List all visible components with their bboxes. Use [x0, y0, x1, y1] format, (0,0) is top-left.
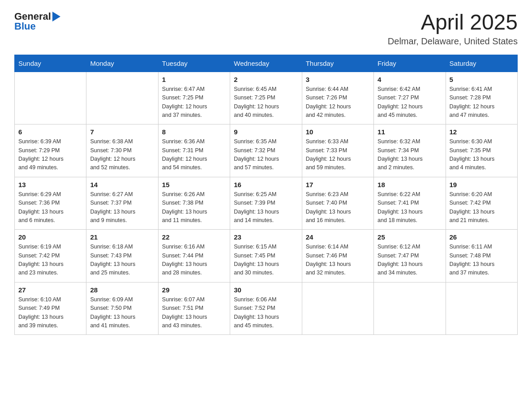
- calendar-cell: 5Sunrise: 6:41 AM Sunset: 7:28 PM Daylig…: [446, 72, 517, 124]
- logo: General Blue: [14, 11, 60, 32]
- day-info: Sunrise: 6:32 AM Sunset: 7:34 PM Dayligh…: [378, 137, 442, 172]
- calendar-cell: 13Sunrise: 6:29 AM Sunset: 7:36 PM Dayli…: [15, 177, 86, 230]
- weekday-header-tuesday: Tuesday: [158, 55, 230, 72]
- calendar-cell: 10Sunrise: 6:33 AM Sunset: 7:33 PM Dayli…: [302, 124, 373, 177]
- calendar-cell: 20Sunrise: 6:19 AM Sunset: 7:42 PM Dayli…: [15, 230, 86, 283]
- calendar-week-row: 1Sunrise: 6:47 AM Sunset: 7:25 PM Daylig…: [15, 72, 518, 124]
- calendar-cell: 11Sunrise: 6:32 AM Sunset: 7:34 PM Dayli…: [374, 124, 446, 177]
- day-number: 7: [90, 128, 154, 136]
- day-info: Sunrise: 6:23 AM Sunset: 7:40 PM Dayligh…: [306, 190, 370, 225]
- calendar-week-row: 27Sunrise: 6:10 AM Sunset: 7:49 PM Dayli…: [15, 282, 518, 335]
- day-info: Sunrise: 6:27 AM Sunset: 7:37 PM Dayligh…: [90, 190, 154, 225]
- day-number: 18: [378, 181, 442, 188]
- calendar-cell: [15, 72, 86, 124]
- calendar-week-row: 6Sunrise: 6:39 AM Sunset: 7:29 PM Daylig…: [15, 124, 518, 177]
- location-title: Delmar, Delaware, United States: [388, 36, 518, 47]
- weekday-header-saturday: Saturday: [446, 55, 517, 72]
- calendar-cell: 28Sunrise: 6:09 AM Sunset: 7:50 PM Dayli…: [86, 282, 158, 335]
- calendar-cell: 24Sunrise: 6:14 AM Sunset: 7:46 PM Dayli…: [302, 230, 373, 283]
- day-info: Sunrise: 6:19 AM Sunset: 7:42 PM Dayligh…: [18, 243, 82, 278]
- day-info: Sunrise: 6:16 AM Sunset: 7:44 PM Dayligh…: [162, 243, 226, 278]
- day-info: Sunrise: 6:09 AM Sunset: 7:50 PM Dayligh…: [90, 295, 154, 330]
- day-info: Sunrise: 6:30 AM Sunset: 7:35 PM Dayligh…: [450, 137, 514, 172]
- day-number: 14: [90, 181, 154, 188]
- day-info: Sunrise: 6:18 AM Sunset: 7:43 PM Dayligh…: [90, 243, 154, 278]
- calendar-cell: [446, 282, 517, 335]
- day-info: Sunrise: 6:26 AM Sunset: 7:38 PM Dayligh…: [162, 190, 226, 225]
- calendar-cell: 18Sunrise: 6:22 AM Sunset: 7:41 PM Dayli…: [374, 177, 446, 230]
- calendar-cell: 3Sunrise: 6:44 AM Sunset: 7:26 PM Daylig…: [302, 72, 373, 124]
- day-info: Sunrise: 6:20 AM Sunset: 7:42 PM Dayligh…: [450, 190, 514, 225]
- calendar-cell: 12Sunrise: 6:30 AM Sunset: 7:35 PM Dayli…: [446, 124, 517, 177]
- day-number: 12: [450, 128, 514, 136]
- page-header: General Blue April 2025 Delmar, Delaware…: [14, 11, 518, 47]
- calendar-cell: 9Sunrise: 6:35 AM Sunset: 7:32 PM Daylig…: [230, 124, 302, 177]
- logo-arrow-icon: [52, 12, 60, 21]
- calendar-cell: 25Sunrise: 6:12 AM Sunset: 7:47 PM Dayli…: [374, 230, 446, 283]
- calendar-cell: [302, 282, 373, 335]
- day-number: 28: [90, 286, 154, 294]
- weekday-header-thursday: Thursday: [302, 55, 373, 72]
- day-info: Sunrise: 6:15 AM Sunset: 7:45 PM Dayligh…: [234, 243, 298, 278]
- calendar-cell: 1Sunrise: 6:47 AM Sunset: 7:25 PM Daylig…: [158, 72, 230, 124]
- day-number: 30: [234, 286, 298, 294]
- calendar-cell: 17Sunrise: 6:23 AM Sunset: 7:40 PM Dayli…: [302, 177, 373, 230]
- calendar-cell: 27Sunrise: 6:10 AM Sunset: 7:49 PM Dayli…: [15, 282, 86, 335]
- day-info: Sunrise: 6:36 AM Sunset: 7:31 PM Dayligh…: [162, 137, 226, 172]
- weekday-header-wednesday: Wednesday: [230, 55, 302, 72]
- calendar-week-row: 13Sunrise: 6:29 AM Sunset: 7:36 PM Dayli…: [15, 177, 518, 230]
- day-info: Sunrise: 6:35 AM Sunset: 7:32 PM Dayligh…: [234, 137, 298, 172]
- day-info: Sunrise: 6:25 AM Sunset: 7:39 PM Dayligh…: [234, 190, 298, 225]
- day-number: 19: [450, 181, 514, 188]
- day-info: Sunrise: 6:10 AM Sunset: 7:49 PM Dayligh…: [18, 295, 82, 330]
- calendar-cell: 8Sunrise: 6:36 AM Sunset: 7:31 PM Daylig…: [158, 124, 230, 177]
- weekday-header-sunday: Sunday: [15, 55, 86, 72]
- weekday-header-friday: Friday: [374, 55, 446, 72]
- day-info: Sunrise: 6:47 AM Sunset: 7:25 PM Dayligh…: [162, 85, 226, 120]
- day-info: Sunrise: 6:33 AM Sunset: 7:33 PM Dayligh…: [306, 137, 370, 172]
- day-number: 26: [450, 233, 514, 241]
- day-number: 29: [162, 286, 226, 294]
- calendar-cell: 7Sunrise: 6:38 AM Sunset: 7:30 PM Daylig…: [86, 124, 158, 177]
- day-number: 2: [234, 76, 298, 83]
- day-info: Sunrise: 6:14 AM Sunset: 7:46 PM Dayligh…: [306, 243, 370, 278]
- calendar-cell: 23Sunrise: 6:15 AM Sunset: 7:45 PM Dayli…: [230, 230, 302, 283]
- calendar-cell: 4Sunrise: 6:42 AM Sunset: 7:27 PM Daylig…: [374, 72, 446, 124]
- weekday-header-row: SundayMondayTuesdayWednesdayThursdayFrid…: [15, 55, 518, 72]
- day-number: 15: [162, 181, 226, 188]
- day-number: 10: [306, 128, 370, 136]
- day-number: 17: [306, 181, 370, 188]
- day-info: Sunrise: 6:44 AM Sunset: 7:26 PM Dayligh…: [306, 85, 370, 120]
- calendar-cell: 6Sunrise: 6:39 AM Sunset: 7:29 PM Daylig…: [15, 124, 86, 177]
- day-number: 1: [162, 76, 226, 83]
- day-info: Sunrise: 6:39 AM Sunset: 7:29 PM Dayligh…: [18, 137, 82, 172]
- day-info: Sunrise: 6:42 AM Sunset: 7:27 PM Dayligh…: [378, 85, 442, 120]
- calendar-cell: 29Sunrise: 6:07 AM Sunset: 7:51 PM Dayli…: [158, 282, 230, 335]
- day-number: 22: [162, 233, 226, 241]
- day-number: 5: [450, 76, 514, 83]
- day-info: Sunrise: 6:22 AM Sunset: 7:41 PM Dayligh…: [378, 190, 442, 225]
- title-block: April 2025 Delmar, Delaware, United Stat…: [388, 11, 518, 47]
- day-number: 4: [378, 76, 442, 83]
- calendar-cell: 15Sunrise: 6:26 AM Sunset: 7:38 PM Dayli…: [158, 177, 230, 230]
- day-info: Sunrise: 6:38 AM Sunset: 7:30 PM Dayligh…: [90, 137, 154, 172]
- calendar-cell: 16Sunrise: 6:25 AM Sunset: 7:39 PM Dayli…: [230, 177, 302, 230]
- day-number: 27: [18, 286, 82, 294]
- day-info: Sunrise: 6:29 AM Sunset: 7:36 PM Dayligh…: [18, 190, 82, 225]
- day-number: 9: [234, 128, 298, 136]
- month-title: April 2025: [388, 11, 518, 34]
- day-number: 3: [306, 76, 370, 83]
- calendar-cell: 2Sunrise: 6:45 AM Sunset: 7:25 PM Daylig…: [230, 72, 302, 124]
- day-number: 8: [162, 128, 226, 136]
- calendar-cell: 19Sunrise: 6:20 AM Sunset: 7:42 PM Dayli…: [446, 177, 517, 230]
- calendar-cell: [374, 282, 446, 335]
- day-number: 16: [234, 181, 298, 188]
- calendar-cell: 14Sunrise: 6:27 AM Sunset: 7:37 PM Dayli…: [86, 177, 158, 230]
- calendar-table: SundayMondayTuesdayWednesdayThursdayFrid…: [14, 55, 518, 335]
- calendar-cell: 26Sunrise: 6:11 AM Sunset: 7:48 PM Dayli…: [446, 230, 517, 283]
- day-info: Sunrise: 6:06 AM Sunset: 7:52 PM Dayligh…: [234, 295, 298, 330]
- day-number: 24: [306, 233, 370, 241]
- calendar-week-row: 20Sunrise: 6:19 AM Sunset: 7:42 PM Dayli…: [15, 230, 518, 283]
- day-number: 6: [18, 128, 82, 136]
- logo-blue-text: Blue: [14, 21, 36, 32]
